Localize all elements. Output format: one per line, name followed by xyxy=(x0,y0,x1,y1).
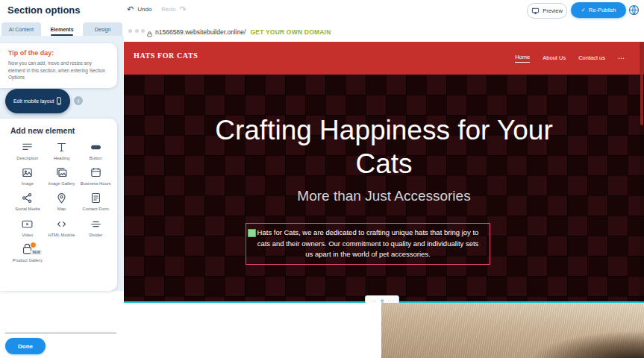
monitor-icon xyxy=(531,7,540,15)
site-preview-canvas: HATS FOR CATS Home About Us Contact us ⋯… xyxy=(124,42,644,358)
browser-bar: n1566589.websitebuilder.online/GET YOUR … xyxy=(124,21,644,42)
sidebar: Tip of the day: Now you can add, move an… xyxy=(0,36,124,358)
app-window: Section options ↶ Undo Redo ↷ Preview ✓ … xyxy=(0,0,644,358)
hero-section[interactable]: Crafting Happiness for Your Cats More th… xyxy=(124,75,644,301)
edit-mobile-label: Edit mobile layout xyxy=(13,98,54,104)
page-title: Section options xyxy=(7,4,81,16)
site-nav: Home About Us Contact us ⋯ xyxy=(515,42,625,75)
redo-icon: ↷ xyxy=(179,5,186,13)
scrollbar-thumb[interactable] xyxy=(640,43,643,125)
element-tile-business-hours[interactable]: Business Hours xyxy=(78,166,113,186)
add-element-card: Add new element Description Heading Butt… xyxy=(0,119,117,291)
language-globe-icon[interactable] xyxy=(628,4,640,19)
element-tile-product-gallery[interactable]: NEW Product Gallery xyxy=(10,243,45,263)
code-icon xyxy=(55,218,68,230)
heading-icon xyxy=(55,141,68,154)
cat-rug-photo[interactable] xyxy=(381,303,644,358)
selection-handle[interactable] xyxy=(248,229,256,237)
info-icon[interactable]: i xyxy=(74,96,83,105)
history-controls: ↶ Undo Redo ↷ xyxy=(127,5,187,13)
notification-dot xyxy=(30,242,37,248)
text-lines-icon xyxy=(21,141,34,154)
divider-icon xyxy=(90,218,102,230)
preview-label: Preview xyxy=(543,7,563,14)
builder-topbar: Section options ↶ Undo Redo ↷ Preview ✓ … xyxy=(0,0,644,21)
button-icon xyxy=(90,141,102,154)
republish-button[interactable]: ✓ Re-Publish xyxy=(571,2,626,18)
nav-about-us[interactable]: About Us xyxy=(543,54,566,63)
map-pin-icon xyxy=(55,192,68,204)
check-icon: ✓ xyxy=(581,7,586,13)
hero-subtitle[interactable]: More than Just Accessories xyxy=(124,188,644,204)
business-hours-icon xyxy=(90,166,102,179)
element-tile-map[interactable]: Map xyxy=(45,192,79,212)
undo-icon[interactable]: ↶ xyxy=(127,5,134,13)
next-section[interactable] xyxy=(124,303,644,358)
redo-button[interactable]: Redo xyxy=(161,6,175,13)
lock-icon xyxy=(146,28,153,41)
edit-mobile-layout-button[interactable]: Edit mobile layout xyxy=(5,89,70,113)
element-tile-social-media[interactable]: Social Media xyxy=(10,192,45,212)
sidebar-divider xyxy=(5,333,116,333)
site-logo[interactable]: HATS FOR CATS xyxy=(134,51,198,60)
get-own-domain-link[interactable]: GET YOUR OWN DOMAIN xyxy=(250,28,331,36)
site-header[interactable]: HATS FOR CATS Home About Us Contact us ⋯ xyxy=(124,42,644,75)
element-tile-button[interactable]: Button xyxy=(78,141,113,161)
element-tile-image[interactable]: Image xyxy=(10,166,45,186)
hero-paragraph: Hats for Cats, we are dedicated to craft… xyxy=(246,224,490,264)
undo-button[interactable]: Undo xyxy=(137,6,151,13)
tip-of-the-day-card: Tip of the day: Now you can add, move an… xyxy=(0,43,117,88)
tip-title: Tip of the day: xyxy=(8,49,110,57)
nav-home[interactable]: Home xyxy=(515,54,530,63)
preview-button[interactable]: Preview xyxy=(527,3,567,19)
panel-tabs: AI Content Elements Design xyxy=(0,21,124,36)
video-icon xyxy=(21,218,34,230)
tip-body: Now you can add, move and resize any ele… xyxy=(8,60,110,81)
hero-paragraph-box[interactable]: Hats for Cats, we are dedicated to craft… xyxy=(246,223,490,265)
site-url: n1566589.websitebuilder.online/ xyxy=(155,28,246,36)
url-bar: n1566589.websitebuilder.online/GET YOUR … xyxy=(155,28,331,36)
window-dots-icon xyxy=(128,29,145,33)
element-tile-heading[interactable]: Heading xyxy=(45,141,79,161)
nav-contact-us[interactable]: Contact us xyxy=(578,54,605,63)
element-tile-html-module[interactable]: HTML Module xyxy=(45,218,79,238)
image-icon xyxy=(21,166,34,179)
element-grid: Description Heading Button Image Image G… xyxy=(10,141,113,263)
republish-label: Re-Publish xyxy=(589,7,616,13)
done-button[interactable]: Done xyxy=(5,338,46,354)
element-tile-video[interactable]: Video xyxy=(10,218,45,238)
hero-title[interactable]: Crafting Happiness for Your Cats xyxy=(213,113,556,180)
tab-design[interactable]: Design xyxy=(83,22,122,36)
add-element-title: Add new element xyxy=(10,126,113,135)
tab-ai-content[interactable]: AI Content xyxy=(1,22,41,36)
nav-more-icon[interactable]: ⋯ xyxy=(618,54,625,62)
contact-form-icon xyxy=(90,192,102,204)
element-tile-description[interactable]: Description xyxy=(10,141,45,161)
element-tile-contact-form[interactable]: Contact Form xyxy=(78,192,113,212)
new-badge: NEW xyxy=(31,250,42,255)
phone-icon xyxy=(54,95,63,107)
image-gallery-icon xyxy=(55,166,68,179)
tab-elements[interactable]: Elements xyxy=(43,22,82,36)
social-share-icon xyxy=(21,192,34,204)
element-tile-divider[interactable]: Divider xyxy=(78,218,113,238)
element-tile-image-gallery[interactable]: Image Gallery xyxy=(45,166,79,186)
